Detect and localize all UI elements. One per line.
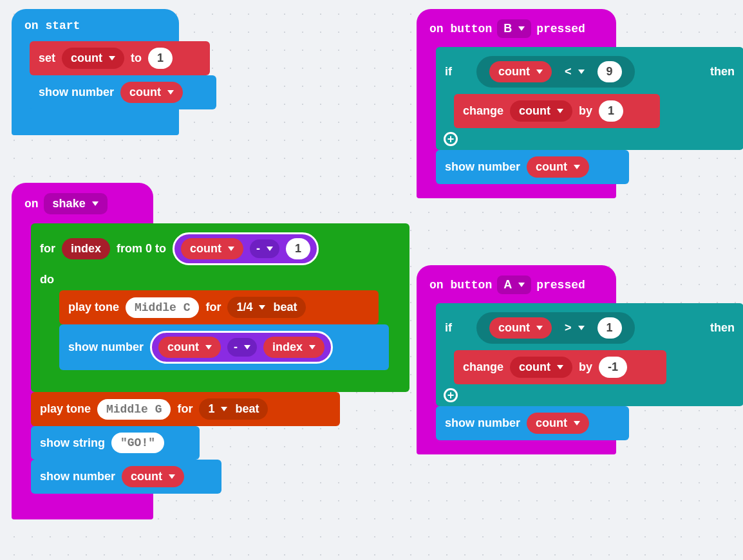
variable-reporter-count[interactable]: count <box>122 466 184 487</box>
change-variable-block[interactable]: change count by -1 <box>454 350 666 384</box>
gesture-name: shake <box>53 197 86 210</box>
var-index[interactable]: index <box>263 337 324 358</box>
variable-dropdown-count[interactable]: count <box>510 357 572 378</box>
gesture-dropdown[interactable]: shake <box>44 193 108 214</box>
number-input[interactable]: 1 <box>286 238 310 259</box>
value: -1 <box>608 360 618 374</box>
word-play-tone: play tone <box>68 301 119 314</box>
button-name: B <box>503 22 512 35</box>
chevron-down-icon <box>578 326 585 330</box>
chevron-down-icon <box>167 90 174 95</box>
chevron-down-icon <box>557 365 563 369</box>
play-tone-block[interactable]: play tone Middle G for 1 beat <box>31 392 340 426</box>
number-input[interactable]: 1 <box>599 100 623 122</box>
chevron-down-icon <box>169 474 175 479</box>
op-dropdown[interactable]: > <box>558 319 591 337</box>
on-button-a-hat[interactable]: on button A pressed if count > <box>417 265 616 454</box>
var-name: count <box>498 65 530 79</box>
play-tone-block[interactable]: play tone Middle C for 1/4 beat <box>59 290 379 324</box>
for-foot <box>31 370 409 392</box>
chevron-down-icon <box>228 247 234 251</box>
op: - <box>256 242 260 256</box>
comparison-reporter[interactable]: count < 9 <box>476 56 635 88</box>
change-variable-block[interactable]: change count by 1 <box>454 94 660 128</box>
word-beat: beat <box>273 301 297 314</box>
if-expand-row: + <box>436 128 743 150</box>
on-button-a-label: on button A pressed <box>427 273 606 303</box>
if-block[interactable]: if count > 1 then <box>436 303 743 406</box>
op-dropdown[interactable]: < <box>558 62 591 81</box>
chevron-down-icon <box>578 70 585 74</box>
word-by: by <box>579 360 592 374</box>
number-input[interactable]: 9 <box>597 61 622 82</box>
variable-reporter-count[interactable]: count <box>527 156 589 178</box>
word-do: do <box>40 273 54 286</box>
math-subtract-reporter[interactable]: count - 1 <box>173 232 319 265</box>
for-loop-block[interactable]: for index from 0 to count - 1 <box>31 223 409 392</box>
value: 1 <box>295 242 301 256</box>
hat-suffix: pressed <box>536 23 585 35</box>
var-count[interactable]: count <box>489 61 552 82</box>
plus-icon[interactable]: + <box>444 388 458 402</box>
var-a: count <box>167 341 199 354</box>
note: Middle C <box>135 301 190 314</box>
note-input[interactable]: Middle G <box>97 399 171 420</box>
plus-icon[interactable]: + <box>444 132 458 146</box>
show-string-block[interactable]: show string "GO!" <box>31 426 200 460</box>
word-show-number: show number <box>445 160 520 174</box>
button-dropdown[interactable]: B <box>497 19 531 38</box>
var-count[interactable]: count <box>489 317 552 339</box>
loop-var-index[interactable]: index <box>62 238 110 259</box>
show-number-block[interactable]: show number count <box>436 150 629 184</box>
on-start-label: on start <box>22 17 169 41</box>
var-name: count <box>131 470 162 483</box>
number-input[interactable]: -1 <box>599 357 627 378</box>
variable-dropdown-count[interactable]: count <box>510 100 572 122</box>
string-input[interactable]: "GO!" <box>111 433 164 453</box>
number-input[interactable]: 1 <box>148 48 173 69</box>
value: 1 <box>607 321 613 335</box>
hat-prefix: on button <box>429 279 492 292</box>
hat-prefix: on button <box>429 23 492 35</box>
on-shake-hat[interactable]: on shake for index from 0 to count <box>12 183 153 519</box>
button-dropdown[interactable]: A <box>497 275 531 294</box>
variable-reporter-count[interactable]: count <box>527 413 589 434</box>
variable-dropdown-count[interactable]: count <box>62 48 124 69</box>
beat-dropdown[interactable]: 1 beat <box>199 398 268 420</box>
op-dropdown[interactable]: - <box>227 338 257 357</box>
show-number-expr-block[interactable]: show number count - index <box>59 324 389 370</box>
var-count[interactable]: count <box>158 337 221 358</box>
op-dropdown[interactable]: - <box>250 239 279 258</box>
beat-dropdown[interactable]: 1/4 beat <box>227 297 306 318</box>
chevron-down-icon <box>536 70 543 74</box>
on-button-b-hat[interactable]: on button B pressed if count < <box>417 9 616 198</box>
chevron-down-icon <box>109 56 115 61</box>
show-number-block[interactable]: show number count <box>30 75 216 109</box>
show-number-block[interactable]: show number count <box>31 460 221 494</box>
word-show-number: show number <box>445 416 520 430</box>
word-show-string: show string <box>40 436 105 450</box>
note-input[interactable]: Middle C <box>126 297 199 318</box>
word-to: to <box>131 51 142 65</box>
var-name: count <box>536 416 567 430</box>
chevron-down-icon <box>574 165 580 169</box>
if-block[interactable]: if count < 9 then <box>436 47 743 150</box>
var-count[interactable]: count <box>181 238 243 259</box>
var-name: count <box>71 51 102 65</box>
chevron-down-icon <box>92 201 99 206</box>
word-beat: beat <box>235 402 259 416</box>
variable-reporter-count[interactable]: count <box>120 82 183 103</box>
on-start-hat[interactable]: on start set count to 1 show number coun… <box>12 9 179 135</box>
chevron-down-icon <box>244 345 250 350</box>
chevron-down-icon <box>557 109 563 113</box>
op: > <box>565 321 572 335</box>
value: 9 <box>607 65 613 79</box>
math-subtract-reporter[interactable]: count - index <box>150 331 333 364</box>
set-variable-block[interactable]: set count to 1 <box>30 41 210 75</box>
hat-tail <box>22 494 143 513</box>
chevron-down-icon <box>536 326 543 330</box>
comparison-reporter[interactable]: count > 1 <box>476 312 635 344</box>
chevron-down-icon <box>518 26 525 31</box>
show-number-block[interactable]: show number count <box>436 406 629 440</box>
number-input[interactable]: 1 <box>597 317 622 339</box>
